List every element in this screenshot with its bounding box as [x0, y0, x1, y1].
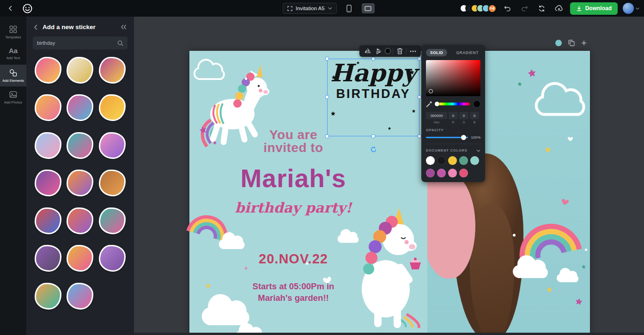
sticker-dachshund[interactable] — [99, 170, 126, 196]
sticker-cat-gift[interactable] — [35, 283, 61, 310]
undo-button[interactable] — [502, 2, 514, 14]
hue-slider-handle[interactable] — [435, 102, 439, 106]
document-colors-shortcut[interactable]: +4 — [460, 4, 497, 13]
sticker-tiered-cake[interactable] — [35, 170, 61, 196]
dot-decoration[interactable] — [585, 249, 587, 251]
duplicate-page-icon[interactable] — [568, 40, 575, 46]
cloud-decoration[interactable] — [335, 227, 360, 244]
star-decoration[interactable] — [517, 81, 522, 87]
sticker-penguin[interactable] — [35, 245, 61, 272]
sidebar-item-templates[interactable]: Templates — [0, 21, 26, 43]
document-size-selector[interactable]: Invitation A5 — [283, 3, 337, 14]
tab-gradient[interactable]: GRADIENT — [452, 49, 482, 56]
more-options-icon[interactable] — [408, 47, 418, 56]
hue-slider[interactable] — [435, 103, 470, 105]
rotate-handle[interactable] — [370, 146, 377, 153]
document-colors-toggle[interactable]: DOCUMENT COLORS — [426, 148, 480, 152]
sticker-cake-candle[interactable] — [67, 283, 93, 310]
cloud-outline-decoration[interactable] — [191, 57, 226, 80]
dot-decoration[interactable] — [513, 234, 516, 237]
resize-handle-se[interactable] — [418, 134, 421, 138]
doc-color-swatch[interactable] — [426, 169, 435, 177]
resize-handle-e[interactable] — [418, 95, 421, 99]
element-color-button[interactable] — [385, 48, 391, 54]
resize-handle-w[interactable] — [325, 95, 329, 99]
design-canvas[interactable]: You are invited to Mariah's birthday par… — [189, 51, 590, 333]
cloud-outline-decoration[interactable] — [531, 79, 588, 117]
sticker-gift-box[interactable] — [99, 57, 126, 84]
sticker-birthday-cake[interactable] — [35, 57, 61, 84]
app-logo-icon[interactable] — [21, 2, 33, 14]
sticker-balloons[interactable] — [67, 132, 93, 159]
back-button[interactable] — [5, 2, 17, 14]
cloud-decoration[interactable] — [509, 252, 551, 280]
name-text[interactable]: Mariah's — [203, 164, 383, 193]
download-button[interactable]: Download — [570, 2, 618, 15]
flip-horizontal-icon[interactable] — [363, 47, 372, 56]
mobile-preview-button[interactable] — [343, 2, 355, 14]
account-menu[interactable] — [623, 3, 639, 14]
redo-button[interactable] — [519, 2, 531, 14]
red-input[interactable] — [449, 112, 458, 119]
sticker-happy-birthday-script[interactable] — [67, 57, 93, 84]
canvas-scroll-strip[interactable] — [134, 333, 644, 335]
resize-handle-s[interactable] — [371, 134, 375, 138]
green-input[interactable] — [459, 112, 468, 119]
dot-decoration[interactable] — [245, 78, 247, 80]
cloud-upload-button[interactable] — [553, 2, 565, 14]
doc-color-swatch[interactable] — [437, 169, 446, 177]
sidebar-item-add-elements[interactable]: Add Elements — [0, 65, 26, 86]
doc-color-swatch[interactable] — [448, 156, 457, 165]
selected-sticker-happy-birthday[interactable]: Happy BIRTHDAY — [327, 59, 419, 136]
sticker-happy-birthday-colorful[interactable] — [67, 94, 93, 121]
doc-color-swatch[interactable] — [459, 169, 468, 177]
star-decoration[interactable] — [546, 286, 553, 294]
opacity-slider[interactable] — [426, 137, 468, 138]
star-decoration[interactable] — [205, 283, 211, 289]
heart-decoration[interactable] — [567, 136, 573, 142]
date-text[interactable]: 20.NOV.22 — [203, 251, 383, 267]
resize-handle-n[interactable] — [371, 57, 375, 61]
doc-color-swatch[interactable] — [459, 156, 468, 165]
delete-element-icon[interactable] — [395, 47, 404, 56]
doc-color-swatch[interactable] — [470, 156, 479, 165]
add-page-icon[interactable] — [581, 40, 587, 46]
sticker-pumpkin-birthday[interactable] — [67, 170, 93, 196]
sticker-koala[interactable] — [35, 132, 61, 159]
sticker-search-input[interactable] — [37, 40, 117, 46]
tab-solid[interactable]: SOLID — [426, 49, 447, 56]
doc-color-swatch[interactable] — [426, 156, 435, 165]
panel-collapse-button[interactable] — [121, 24, 127, 30]
resize-handle-ne[interactable] — [418, 57, 421, 61]
details-text[interactable]: Starts at 05:00Pm in Mariah's garden!! — [217, 281, 370, 304]
eyedropper-icon[interactable] — [426, 101, 432, 107]
star-decoration[interactable] — [244, 266, 248, 270]
panel-back-button[interactable] — [34, 24, 37, 30]
cloud-decoration[interactable] — [216, 230, 247, 250]
resize-handle-sw[interactable] — [325, 134, 329, 138]
star-decoration[interactable] — [526, 67, 537, 79]
sv-marker[interactable] — [429, 89, 433, 93]
opacity-slider-handle[interactable] — [461, 135, 466, 140]
flip-vertical-icon[interactable] — [374, 47, 383, 56]
sticker-giraffe-party[interactable] — [35, 94, 61, 121]
star-decoration[interactable] — [581, 264, 586, 269]
doc-color-swatch[interactable] — [448, 169, 457, 177]
sticker-birthday-girl[interactable] — [67, 207, 93, 234]
sync-button[interactable] — [536, 2, 548, 14]
sticker-gifts-yay[interactable] — [99, 207, 126, 234]
sidebar-item-add-text[interactable]: Aa Add Text — [0, 43, 26, 65]
desktop-preview-button[interactable] — [362, 3, 375, 13]
hex-input[interactable] — [426, 112, 447, 119]
sticker-cupcake[interactable] — [99, 132, 126, 159]
sticker-lion-party[interactable] — [99, 94, 126, 121]
sidebar-item-add-photos[interactable]: Add Photos — [0, 86, 26, 108]
page-background-color-button[interactable] — [555, 40, 562, 46]
resize-handle-nw[interactable] — [325, 57, 329, 61]
sticker-party-hat[interactable] — [67, 245, 93, 272]
doc-color-swatch[interactable] — [437, 156, 446, 165]
saturation-value-field[interactable] — [426, 60, 480, 96]
cloud-decoration[interactable] — [554, 266, 580, 283]
star-decoration[interactable] — [574, 297, 584, 307]
sticker-bear[interactable] — [99, 245, 126, 272]
